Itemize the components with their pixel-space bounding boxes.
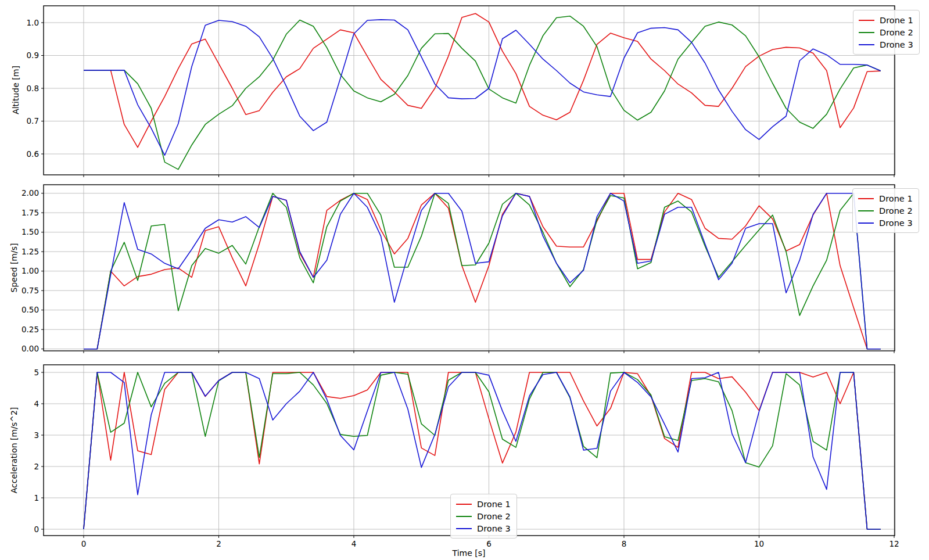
y-tick-label: 1.0 <box>27 18 39 27</box>
speed-legend: Drone 1Drone 2Drone 3 <box>852 188 919 233</box>
legend-item-drone-1: Drone 1 <box>859 14 913 26</box>
x-tick-label: 12 <box>889 539 899 548</box>
y-tick-label: 0.9 <box>27 51 39 60</box>
altitude-legend: Drone 1Drone 2Drone 3 <box>853 10 920 55</box>
legend-line-icon <box>859 32 874 33</box>
legend-label: Drone 2 <box>477 512 511 521</box>
legend-line-icon <box>858 198 874 199</box>
x-tick-label: 2 <box>216 539 221 548</box>
legend-label: Drone 3 <box>477 524 511 533</box>
legend-label: Drone 3 <box>880 40 913 49</box>
altitude-axis-label: Altitude [m] <box>11 66 20 114</box>
y-tick-label: 2.00 <box>21 188 39 198</box>
y-tick-label: 1.50 <box>21 227 39 236</box>
legend-line-icon <box>859 20 874 21</box>
y-tick-label: 0.00 <box>21 344 39 353</box>
x-tick-label: 8 <box>622 539 627 548</box>
legend-label: Drone 3 <box>879 218 913 228</box>
legend-item-drone-1: Drone 1 <box>456 498 511 510</box>
altitude-chart: 0.60.70.80.91.0 <box>27 6 895 177</box>
drone-2-line <box>84 16 881 170</box>
acceleration-legend: Drone 1Drone 2Drone 3 <box>450 494 517 539</box>
y-tick-label: 0.25 <box>21 325 39 334</box>
y-tick-label: 3 <box>34 430 39 440</box>
y-tick-label: 0.6 <box>27 149 39 159</box>
legend-line-icon <box>456 504 472 505</box>
x-tick-label: 10 <box>754 539 764 548</box>
legend-item-drone-3: Drone 3 <box>858 217 913 229</box>
legend-item-drone-2: Drone 2 <box>456 510 511 522</box>
y-tick-label: 4 <box>34 399 39 408</box>
legend-item-drone-1: Drone 1 <box>858 192 913 204</box>
legend-label: Drone 1 <box>477 500 511 509</box>
legend-line-icon <box>859 44 874 45</box>
y-tick-label: 5 <box>34 368 39 377</box>
legend-line-icon <box>456 516 472 517</box>
y-tick-label: 1 <box>34 493 39 502</box>
legend-label: Drone 2 <box>879 206 913 216</box>
y-tick-label: 1.25 <box>21 247 39 256</box>
acceleration-axis-label: Acceleration [m/s^2] <box>9 407 19 494</box>
legend-item-drone-2: Drone 2 <box>858 204 913 217</box>
legend-label: Drone 1 <box>880 16 913 25</box>
y-tick-label: 0.50 <box>21 305 39 314</box>
y-tick-label: 0 <box>34 525 39 534</box>
legend-item-drone-3: Drone 3 <box>456 522 511 534</box>
y-tick-label: 0.7 <box>27 116 39 125</box>
x-tick-label: 6 <box>486 539 492 548</box>
legend-label: Drone 2 <box>880 28 913 37</box>
y-tick-label: 0.8 <box>27 84 39 93</box>
speed-axis-label: Speed [m/s] <box>9 243 19 293</box>
speed-chart: 0.000.250.500.751.001.251.501.752.00 <box>21 185 895 353</box>
time-axis-label: Time [s] <box>453 548 486 558</box>
x-tick-label: 0 <box>81 539 87 548</box>
figure: 0.60.70.80.91.00.000.250.500.751.001.251… <box>0 0 929 560</box>
y-tick-label: 2 <box>34 462 39 471</box>
legend-item-drone-3: Drone 3 <box>859 38 913 51</box>
legend-label: Drone 1 <box>879 194 913 203</box>
plots-svg: 0.60.70.80.91.00.000.250.500.751.001.251… <box>0 0 929 560</box>
legend-line-icon <box>858 210 874 211</box>
x-tick-label: 4 <box>351 539 357 548</box>
legend-line-icon <box>456 528 472 529</box>
y-tick-label: 0.75 <box>21 286 39 295</box>
legend-item-drone-2: Drone 2 <box>859 26 913 38</box>
y-tick-label: 1.75 <box>21 208 39 217</box>
legend-line-icon <box>858 222 874 224</box>
y-tick-label: 1.00 <box>21 266 39 275</box>
